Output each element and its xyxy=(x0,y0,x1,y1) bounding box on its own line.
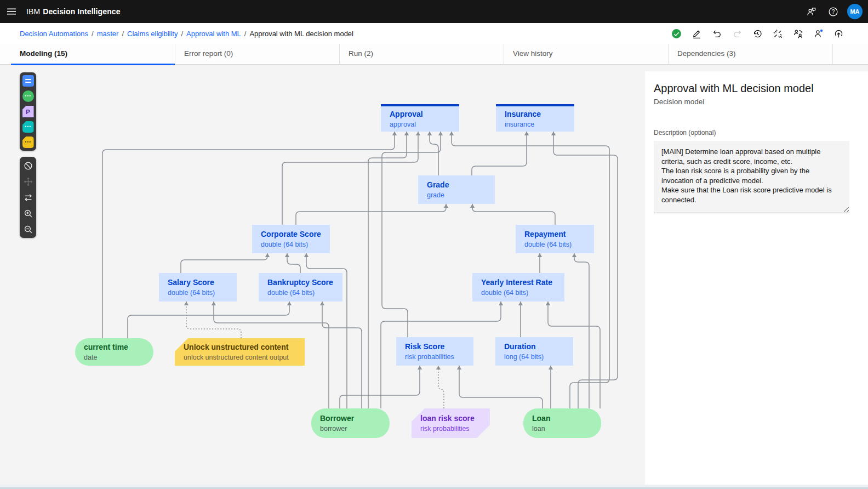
predictive-model-node-tool[interactable]: P xyxy=(22,106,34,117)
edge-corporate-to-grade xyxy=(296,204,446,225)
active-user-icon[interactable] xyxy=(813,28,824,39)
edge-arrowhead xyxy=(549,366,553,369)
breadcrumb-link[interactable]: Decision Automations xyxy=(20,30,88,38)
edge-current-time-to-bankruptcy xyxy=(128,302,289,338)
breadcrumb-link[interactable]: Claims eligibility xyxy=(127,30,178,38)
zoom-out-icon[interactable] xyxy=(22,223,34,235)
node-risk[interactable]: Risk Scorerisk probabilities xyxy=(396,337,473,366)
redo-icon[interactable] xyxy=(732,28,743,39)
edge-arrowhead xyxy=(538,253,542,257)
breadcrumb-bar: Decision Automations/master/Claims eligi… xyxy=(0,23,868,44)
node-loan-risk[interactable]: loan risk scorerisk probabilities xyxy=(412,408,490,438)
node-borrower[interactable]: Borrowerborrower xyxy=(311,408,390,438)
svg-text:?: ? xyxy=(831,9,835,15)
node-title: Grade xyxy=(427,180,486,190)
node-salary[interactable]: Salary Scoredouble (64 bits) xyxy=(159,273,237,302)
node-subtitle: risk probabilities xyxy=(405,353,465,361)
node-subtitle: grade xyxy=(427,191,486,200)
edge-arrowhead xyxy=(212,302,216,305)
edge-arrowhead xyxy=(287,302,292,305)
node-title: Salary Score xyxy=(168,278,228,287)
edge-arrowhead xyxy=(572,253,576,257)
edge-arrowhead xyxy=(546,302,550,305)
node-approval[interactable]: Approvalapproval xyxy=(381,104,459,132)
node-repayment[interactable]: Repaymentdouble (64 bits) xyxy=(516,225,594,253)
canvas-toolbar xyxy=(20,157,36,238)
edge-arrowhead xyxy=(551,132,556,135)
node-yearly[interactable]: Yearly Interest Ratedouble (64 bits) xyxy=(472,273,564,302)
node-subtitle: approval xyxy=(390,121,450,129)
prohibit-icon[interactable] xyxy=(22,160,34,172)
tab-view-history[interactable]: View history xyxy=(504,44,669,65)
edge-arrowhead xyxy=(320,302,324,305)
node-unlock[interactable]: Unlock unstructured contentunlock unstru… xyxy=(175,338,305,366)
node-current-time[interactable]: current timedate xyxy=(75,338,153,366)
help-icon[interactable]: ? xyxy=(822,0,844,23)
edge-borrower-to-bankruptcy xyxy=(322,302,362,408)
move-icon[interactable] xyxy=(22,175,34,187)
description-input[interactable]: [MAIN] Determine loan approval based on … xyxy=(654,141,849,213)
artifact-type-label: Decision model xyxy=(654,98,857,106)
task-node-tool[interactable]: ●●● xyxy=(22,137,34,148)
diagram-canvas[interactable]: ●●●P●●●●●● ApprovalapprovalInsuranceinsu… xyxy=(0,65,645,485)
feedback-icon[interactable] xyxy=(800,0,822,23)
breadcrumb-separator: / xyxy=(122,30,124,38)
decision-node-tool[interactable] xyxy=(22,75,34,87)
edit-icon[interactable] xyxy=(691,28,702,39)
node-corporate[interactable]: Corporate Scoredouble (64 bits) xyxy=(252,225,330,253)
edge-arrowhead xyxy=(285,253,289,257)
node-subtitle: double (64 bits) xyxy=(481,289,556,297)
zoom-in-icon[interactable] xyxy=(22,207,34,219)
user-switch-icon[interactable] xyxy=(792,28,803,39)
breadcrumb-separator: / xyxy=(244,30,247,38)
tab-error-report-0[interactable]: Error report (0) xyxy=(175,44,340,65)
node-title: Approval xyxy=(390,110,450,119)
tab-dependencies-3[interactable]: Dependencies (3) xyxy=(669,44,833,65)
edge-bankruptcy-to-corporate xyxy=(287,253,300,273)
breadcrumb: Decision Automations/master/Claims eligi… xyxy=(20,30,353,38)
node-grade[interactable]: Gradegrade xyxy=(418,175,495,204)
swap-icon[interactable] xyxy=(22,191,34,203)
node-insurance[interactable]: Insuranceinsurance xyxy=(496,104,574,132)
edge-borrower-to-approval xyxy=(368,132,407,408)
main-area: ●●●P●●●●●● ApprovalapprovalInsuranceinsu… xyxy=(0,65,868,485)
edge-repayment-to-grade xyxy=(472,204,555,225)
edge-arrowhead xyxy=(470,204,475,208)
edge-arrowhead xyxy=(457,366,461,369)
edge-borrower-to-risk xyxy=(340,366,420,408)
edge-arrowhead xyxy=(438,132,443,135)
node-title: Yearly Interest Rate xyxy=(481,278,556,287)
edge-arrowhead xyxy=(184,302,189,305)
history-icon[interactable] xyxy=(752,28,763,39)
edge-loan-risk-to-risk xyxy=(438,366,444,408)
disconnect-icon[interactable] xyxy=(772,28,783,39)
menu-icon[interactable] xyxy=(0,0,23,23)
edge-grade-to-approval xyxy=(430,132,438,175)
tab-modeling-15[interactable]: Modeling (15) xyxy=(11,44,175,65)
function-node-tool[interactable]: ●●● xyxy=(22,121,34,133)
edge-arrowhead xyxy=(518,302,523,305)
breadcrumb-link[interactable]: Approval with ML xyxy=(186,30,241,38)
node-subtitle: double (64 bits) xyxy=(267,289,334,297)
description-field-wrap: [MAIN] Determine loan approval based on … xyxy=(654,141,849,213)
deploy-icon[interactable] xyxy=(833,28,844,39)
node-title: Loan xyxy=(532,414,592,423)
input-data-node-tool[interactable]: ●●● xyxy=(22,90,34,102)
node-loan[interactable]: Loanloan xyxy=(523,408,601,438)
edge-arrowhead xyxy=(427,132,432,135)
horizontal-scrollbar[interactable] xyxy=(0,485,868,489)
breadcrumb-link[interactable]: master xyxy=(97,30,119,38)
node-title: Corporate Score xyxy=(261,230,321,239)
app-title: IBMDecision Intelligence xyxy=(26,7,121,16)
tab-bar: Modeling (15)Error report (0)Run (2)View… xyxy=(0,44,868,65)
node-title: Borrower xyxy=(320,414,381,423)
edge-arrowhead xyxy=(392,132,397,135)
undo-icon[interactable] xyxy=(711,28,722,39)
edge-grade-to-insurance xyxy=(472,132,527,175)
node-duration[interactable]: Durationlong (64 bits) xyxy=(495,337,573,366)
node-title: Bankruptcy Score xyxy=(267,278,334,287)
edge-arrowhead xyxy=(499,302,503,305)
node-bankruptcy[interactable]: Bankruptcy Scoredouble (64 bits) xyxy=(259,273,342,302)
tab-run-2[interactable]: Run (2) xyxy=(340,44,504,65)
user-avatar[interactable]: MA xyxy=(847,4,863,19)
